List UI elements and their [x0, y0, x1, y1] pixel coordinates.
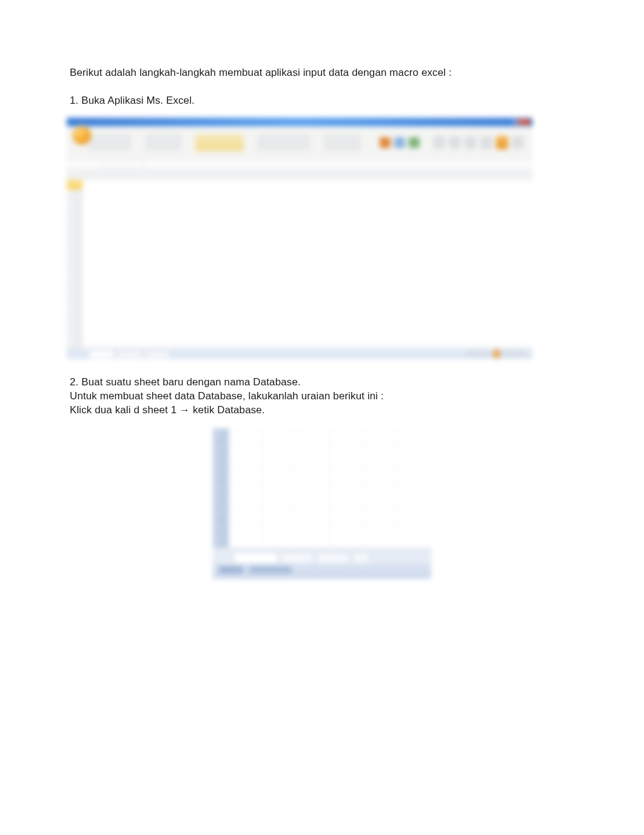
- step-1: 1. Buka Aplikasi Ms. Excel.: [70, 95, 574, 107]
- window-title-bar: [67, 118, 532, 126]
- figure-sheet-rename: [213, 428, 431, 579]
- ribbon-group: [89, 134, 132, 151]
- office-button-icon: [72, 125, 92, 146]
- intro-paragraph: Berikut adalah langkah-langkah membuat a…: [70, 67, 574, 79]
- ribbon-icon: [496, 136, 508, 149]
- sheet-tab: [116, 350, 143, 357]
- worksheet-area: [67, 180, 532, 348]
- sheet-tab: [89, 350, 115, 357]
- formula-bar: [67, 159, 532, 170]
- sheet-tab: [280, 552, 314, 563]
- sheet-tabs: [89, 350, 171, 357]
- status-label: [249, 566, 292, 573]
- column-headers: [67, 170, 532, 180]
- ribbon-icon: [480, 136, 492, 149]
- step-2: 2. Buat suatu sheet baru dengan nama Dat…: [70, 376, 574, 418]
- grid-lines: [82, 180, 532, 348]
- zoom-slider: [466, 351, 526, 357]
- status-bar: [213, 563, 431, 579]
- step-2-line-3: Klick dua kali d sheet 1 → ketik Databas…: [70, 404, 574, 418]
- ribbon-group: [324, 134, 361, 151]
- ribbon-group: [195, 134, 243, 151]
- ribbon-group: [145, 134, 183, 151]
- ribbon-icon: [465, 136, 477, 149]
- status-label: [219, 566, 243, 573]
- row-headers: [67, 180, 82, 348]
- name-box: [101, 161, 143, 168]
- ribbon-icon: [380, 137, 391, 148]
- ribbon-icon: [409, 137, 420, 148]
- row-headers: [213, 428, 229, 547]
- sheet-tabs: [213, 547, 431, 563]
- sheet-tab: [352, 552, 370, 563]
- sheet-tab: [144, 350, 171, 357]
- step-2-line-2: Untuk membuat sheet data Database, lakuk…: [70, 390, 574, 404]
- ribbon-group: [257, 134, 310, 151]
- sheet-tab-database: [233, 552, 278, 563]
- step-2-line-1: 2. Buat suatu sheet baru dengan nama Dat…: [70, 376, 574, 390]
- ribbon-icon: [449, 136, 461, 149]
- figure-excel-blank: [67, 118, 532, 359]
- ribbon-icon: [394, 137, 405, 148]
- ribbon-icon: [512, 136, 524, 149]
- sheet-tab: [316, 552, 350, 563]
- grid-lines: [229, 428, 431, 547]
- ribbon-icon: [433, 136, 445, 149]
- ribbon: [67, 126, 532, 159]
